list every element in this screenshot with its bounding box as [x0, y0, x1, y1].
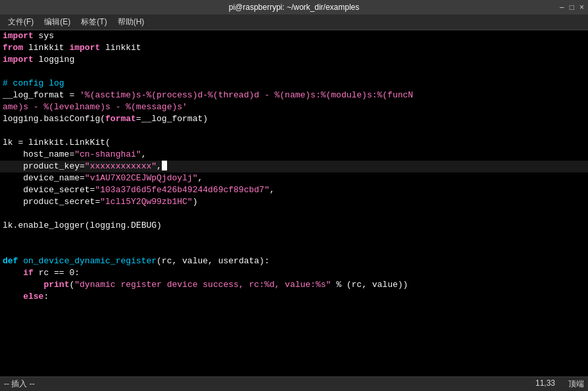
window-title: pi@raspberrypi: ~/work_dir/examples [229, 3, 360, 12]
code-line: import sys [0, 30, 588, 42]
window-controls[interactable]: – □ × [560, 3, 584, 12]
code-line: def on_device_dynamic_register(rc, value… [0, 255, 588, 267]
status-right: 11,33 顶端 [535, 378, 584, 390]
close-button[interactable]: × [579, 3, 584, 12]
menu-file[interactable]: 文件(F) [3, 15, 39, 29]
code-line [0, 208, 588, 220]
editor-mode: -- 插入 -- [4, 378, 35, 390]
code-line [0, 232, 588, 244]
code-line-current: product_key="xxxxxxxxxxxx", [0, 161, 588, 172]
status-left: -- 插入 -- [4, 378, 35, 390]
code-line: import logging [0, 54, 588, 66]
code-line [0, 125, 588, 137]
menu-edit[interactable]: 编辑(E) [39, 15, 76, 29]
cursor-position: 11,33 [535, 378, 555, 390]
code-line: if rc == 0: [0, 267, 588, 279]
menu-help[interactable]: 帮助(H) [112, 15, 150, 29]
code-line: from linkkit import linkkit [0, 42, 588, 54]
menu-bar: 文件(F) 编辑(E) 标签(T) 帮助(H) [0, 14, 588, 30]
menu-tags[interactable]: 标签(T) [76, 15, 112, 29]
editor-area[interactable]: import sys from linkkit import linkkit i… [0, 30, 588, 377]
minimize-button[interactable]: – [560, 3, 564, 12]
code-line: print("dynamic register device success, … [0, 279, 588, 291]
scroll-position: 顶端 [568, 378, 584, 390]
code-line: device_secret="103a37d6d5fe426b49244d69c… [0, 184, 588, 196]
code-line: # config log [0, 78, 588, 90]
code-line: lk.enable_logger(logging.DEBUG) [0, 220, 588, 232]
code-line: else: [0, 291, 588, 303]
maximize-button[interactable]: □ [570, 3, 574, 12]
code-line: logging.basicConfig(format=__log_format) [0, 113, 588, 125]
code-line: ame)s - %(levelname)s - %(message)s' [0, 101, 588, 113]
code-line: device_name="v1AU7X02CEJWpQjdoylj", [0, 172, 588, 184]
code-line: __log_format = '%(asctime)s-%(process)d-… [0, 90, 588, 101]
status-bar: -- 插入 -- 11,33 顶端 [0, 377, 588, 391]
code-line [0, 66, 588, 78]
code-line: lk = linkkit.LinkKit( [0, 137, 588, 149]
code-line [0, 244, 588, 255]
code-line: product_secret="lcli5Y2Qw99zb1HC") [0, 196, 588, 208]
title-bar: pi@raspberrypi: ~/work_dir/examples – □ … [0, 0, 588, 14]
code-line: host_name="cn-shanghai", [0, 149, 588, 161]
